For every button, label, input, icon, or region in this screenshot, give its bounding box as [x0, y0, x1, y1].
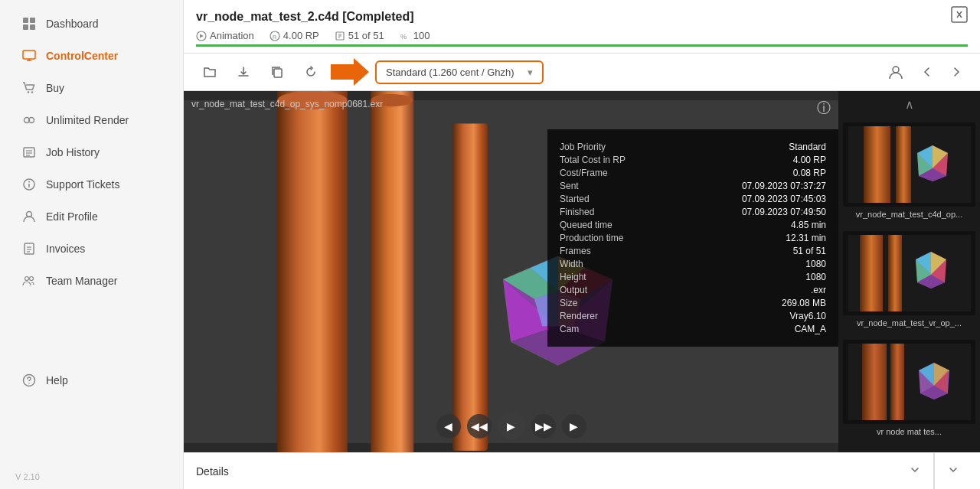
svg-point-24 [28, 383, 30, 384]
header-bar: vr_node_mat_test_2.c4d [Completed] Anima… [184, 0, 980, 54]
info-label-height: Height [560, 272, 690, 282]
info-label-output: Output [560, 285, 690, 295]
thumbnail-item-3[interactable]: vr node mat tes... [838, 335, 980, 444]
svg-point-36 [893, 67, 899, 73]
sidebar-item-controlcenter[interactable]: ControlCenter [6, 41, 177, 71]
thumbnail-label-1: vr_node_mat_test_c4d_op... [843, 207, 975, 222]
sidebar-label-unlimited: Unlimited Render [46, 114, 129, 126]
chevron-down-icon: ▾ [528, 67, 533, 78]
svg-rect-34 [274, 69, 282, 77]
svg-rect-1 [30, 18, 35, 23]
info-label-frames: Frames [560, 246, 690, 256]
copy-button[interactable] [263, 58, 291, 86]
svg-rect-74 [862, 344, 887, 420]
svg-point-21 [25, 277, 29, 281]
thumbnail-label-2: vr_node_mat_test_vr_op_... [843, 315, 975, 331]
thumbnail-image-1 [843, 122, 975, 207]
sidebar-label-tickets: Support Tickets [46, 178, 120, 191]
sidebar-item-help[interactable]: Help [6, 365, 177, 396]
dropdown-label: Standard (1.260 cent / Ghzh) [386, 67, 514, 78]
progress-bar [196, 44, 968, 47]
info-label-width: Width [560, 259, 690, 269]
exit-icon[interactable] [951, 6, 968, 27]
header-meta: Animation R 4.00 RP 51 of 51 % 100 [196, 30, 968, 41]
svg-rect-39 [371, 91, 413, 452]
prev-fast-button[interactable]: ◀◀ [467, 414, 492, 438]
info-value-started: 07.09.2023 07:45:03 [696, 194, 826, 204]
svg-point-5 [28, 91, 29, 93]
sidebar-label-jobhistory: Job History [46, 146, 100, 158]
main-area: vr_node_mat_test_2.c4d [Completed] Anima… [184, 0, 980, 489]
user-icon [21, 209, 37, 224]
prev-nav-button[interactable] [916, 60, 939, 83]
grid-icon [21, 16, 37, 31]
render-type-dropdown[interactable]: Standard (1.260 cent / Ghzh) ▾ [375, 60, 544, 84]
invoice-icon [21, 241, 37, 256]
thumbnail-item-1[interactable]: vr_node_mat_test_c4d_op... [838, 118, 980, 227]
sidebar-item-editprofile[interactable]: Edit Profile [6, 201, 177, 232]
svg-marker-35 [331, 58, 369, 86]
details-button[interactable]: Details [184, 453, 934, 489]
viewer-controls: ◀ ◀◀ ▶ ▶▶ ▶ [436, 412, 586, 440]
version-label: V 2.10 [0, 465, 183, 489]
info-overlay: Job Priority Standard Total Cost in RP 4… [547, 129, 838, 347]
svg-rect-0 [23, 18, 28, 23]
sidebar-item-dashboard[interactable]: Dashboard [6, 8, 177, 39]
info-value-renderer: Vray6.10 [696, 311, 826, 321]
info-value-production: 12.31 min [696, 233, 826, 243]
sidebar-item-tickets[interactable]: Support Tickets [6, 169, 177, 200]
person-button[interactable] [882, 58, 910, 86]
info-label-size: Size [560, 298, 690, 308]
viewer-filename: vr_node_mat_test_c4d_op_sys_nomp0681.exr [191, 99, 383, 109]
play-button[interactable]: ▶ [498, 412, 525, 440]
info-icon[interactable]: ⓘ [817, 99, 831, 117]
info-value-height: 1080 [696, 272, 826, 282]
sidebar-label-help: Help [46, 374, 68, 386]
viewer: vr_node_mat_test_c4d_op_sys_nomp0681.exr… [184, 91, 838, 452]
next-nav-button[interactable] [945, 60, 968, 83]
sidebar-item-team[interactable]: Team Manager [6, 266, 177, 296]
sidebar-item-unlimited[interactable]: Unlimited Render [6, 105, 177, 135]
extra-details-button[interactable] [934, 453, 980, 489]
extra-chevron-down-icon [947, 464, 959, 478]
chevron-down-icon [909, 464, 921, 478]
svg-text:R: R [273, 34, 276, 40]
sidebar-label-buy: Buy [46, 82, 64, 94]
toolbar: Standard (1.260 cent / Ghzh) ▾ [184, 54, 980, 91]
sidebar-item-jobhistory[interactable]: Job History [6, 137, 177, 168]
details-label: Details [196, 465, 229, 478]
info-value-sent: 07.09.2023 07:37:27 [696, 181, 826, 191]
info-value-cam: CAM_A [696, 324, 826, 334]
team-icon [21, 273, 37, 289]
info-label-jobpriority: Job Priority [560, 142, 690, 152]
prev-frame-button[interactable]: ◀ [436, 414, 461, 438]
svg-rect-38 [277, 91, 348, 452]
panel-collapse-icon[interactable]: ∧ [905, 97, 914, 112]
sidebar-item-buy[interactable]: Buy [6, 73, 177, 103]
ticket-icon [21, 177, 37, 192]
frames-label: 51 of 51 [335, 30, 384, 41]
job-title: vr_node_mat_test_2.c4d [Completed] [196, 10, 414, 24]
svg-rect-56 [864, 126, 890, 203]
right-panel-header: ∧ [838, 91, 980, 118]
info-label-renderer: Renderer [560, 311, 690, 321]
svg-rect-57 [896, 126, 911, 203]
sidebar-item-invoices[interactable]: Invoices [6, 233, 177, 264]
next-frame-button[interactable]: ▶ [562, 414, 586, 438]
sidebar-label-dashboard: Dashboard [46, 18, 99, 30]
info-label-started: Started [560, 194, 690, 204]
download-button[interactable] [230, 58, 257, 86]
next-fast-button[interactable]: ▶▶ [531, 414, 556, 438]
sidebar: Dashboard ControlCenter Buy Unlimit [0, 0, 184, 489]
help-icon [21, 373, 37, 388]
folder-button[interactable] [196, 58, 224, 86]
refresh-button[interactable] [297, 58, 325, 86]
thumbnail-image-3 [843, 340, 975, 424]
info-value-finished: 07.09.2023 07:49:50 [696, 207, 826, 217]
thumbnail-label-3: vr node mat tes... [843, 424, 975, 439]
info-label-queued: Queued time [560, 220, 690, 230]
thumbnail-image-2 [843, 231, 975, 315]
info-label-production: Production time [560, 233, 690, 243]
thumbnail-item-2[interactable]: vr_node_mat_test_vr_op_... [838, 227, 980, 335]
info-label-sent: Sent [560, 181, 690, 191]
